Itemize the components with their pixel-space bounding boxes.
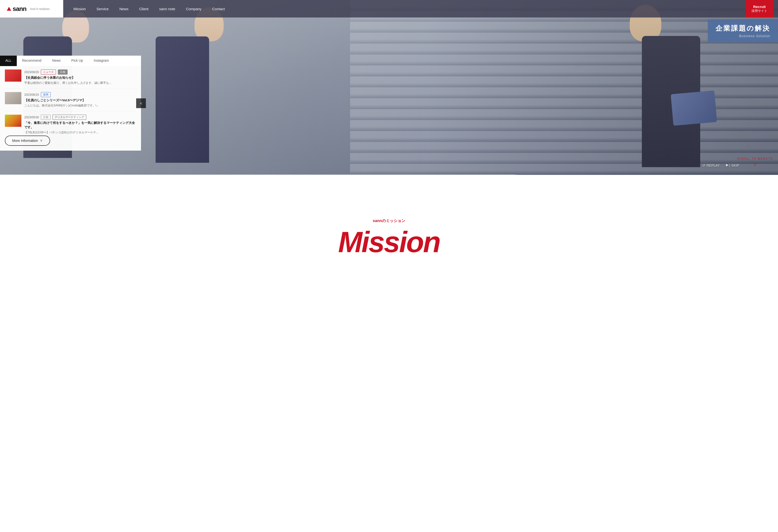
news-tabs: ALL Recommend News Pick Up Instagram bbox=[0, 56, 141, 66]
news-thumb-img-3 bbox=[5, 115, 21, 127]
news-excerpt-1: 平素は格別のご愛顧を賜り、厚くお礼申し上げます。誠に勝手な... bbox=[24, 81, 136, 85]
mission-section: sannのミッション Mission bbox=[0, 204, 778, 276]
news-thumb-3 bbox=[5, 115, 21, 127]
nav-news[interactable]: News bbox=[114, 0, 134, 17]
biz-solution-subtitle: Business Solution bbox=[715, 34, 770, 38]
tab-news[interactable]: News bbox=[47, 56, 66, 66]
news-title-3: 「今、集客に向けて何をするべきか？」を一気に解決するマーケティング大全です。 bbox=[24, 121, 136, 129]
logo-tagline: And it realizes bbox=[30, 7, 50, 11]
news-tag-recruit-2: 採用 bbox=[41, 92, 51, 97]
nav-client[interactable]: Client bbox=[134, 0, 154, 17]
hero-section: 企業課題の解決 Business Solution ALL Recommend … bbox=[0, 0, 778, 175]
news-meta-2: 2023/06/15 採用 bbox=[24, 92, 136, 97]
news-thumb-img-2 bbox=[5, 92, 21, 104]
news-date-2: 2023/06/15 bbox=[24, 93, 39, 96]
recruit-sub-label: 採用サイト bbox=[752, 9, 767, 13]
news-items-list: 2023/06/20 ニュース 広報 【社員総会に伴う休業のお知らせ】 平素は格… bbox=[0, 66, 141, 142]
more-info-chevron: ∨ bbox=[40, 139, 43, 143]
replay-icon: ↺ bbox=[702, 164, 705, 167]
news-thumb-img-1 bbox=[5, 70, 21, 82]
logo-icon[interactable]: sann bbox=[7, 5, 26, 13]
skip-icon: ▶| bbox=[725, 163, 730, 168]
news-item-1[interactable]: 2023/06/20 ニュース 広報 【社員総会に伴う休業のお知らせ】 平素は格… bbox=[5, 66, 136, 89]
news-item-3[interactable]: 2023/05/30 広報 デジタルマーケティング 「今、集客に向けて何をするべ… bbox=[5, 111, 136, 138]
nav-contact[interactable]: Contact bbox=[207, 0, 230, 17]
triangle-icon bbox=[7, 7, 11, 11]
recruit-label: Recruit bbox=[753, 5, 766, 9]
tab-all[interactable]: ALL bbox=[0, 56, 17, 66]
news-thumb-2 bbox=[5, 92, 21, 104]
news-tag-pr-3: 広報 bbox=[41, 115, 51, 120]
main-nav: Mission Service News Client sann note Co… bbox=[63, 0, 778, 17]
replay-label: REPLAY bbox=[706, 164, 720, 167]
news-item-2[interactable]: 2023/06/15 採用 【社員のしごとシリーズ〜Vol.5〜デジマ】 こんに… bbox=[5, 89, 136, 111]
news-thumb-1 bbox=[5, 70, 21, 82]
logo-text: sann bbox=[13, 5, 26, 13]
more-info-button[interactable]: More Information ∨ bbox=[5, 136, 50, 146]
news-content-2: 2023/06/15 採用 【社員のしごとシリーズ〜Vol.5〜デジマ】 こんに… bbox=[24, 92, 136, 108]
scroll-arrow-icon: ∨ bbox=[737, 161, 773, 168]
news-prev-arrow[interactable]: ＜ bbox=[136, 98, 146, 108]
scroll-text: SCROLL TO WEBSITE bbox=[737, 157, 773, 160]
news-date-3: 2023/05/30 bbox=[24, 116, 39, 119]
news-excerpt-2: こんにちは。株式会社SANN(サン)のnote編集部です。\... bbox=[24, 103, 136, 108]
nav-sann-note[interactable]: sann note bbox=[154, 0, 181, 17]
mission-big-text: Mission bbox=[0, 228, 778, 257]
video-controls: ↺ REPLAY ▶| SKIP bbox=[702, 163, 739, 168]
site-header: sann And it realizes Mission Service New… bbox=[0, 0, 778, 17]
tab-instagram[interactable]: Instagram bbox=[88, 56, 114, 66]
diagonal-divider bbox=[0, 175, 778, 204]
scroll-indicator[interactable]: SCROLL TO WEBSITE ∨ bbox=[737, 157, 773, 168]
news-content-3: 2023/05/30 広報 デジタルマーケティング 「今、集客に向けて何をするべ… bbox=[24, 115, 136, 135]
news-panel: ALL Recommend News Pick Up Instagram 202… bbox=[0, 56, 141, 151]
nav-mission[interactable]: Mission bbox=[68, 0, 91, 17]
news-meta-3: 2023/05/30 広報 デジタルマーケティング bbox=[24, 115, 136, 120]
news-meta-1: 2023/06/20 ニュース 広報 bbox=[24, 70, 136, 75]
recruit-button[interactable]: Recruit 採用サイト bbox=[746, 0, 773, 17]
news-excerpt-3: 【7/6(木)13:00〜】パチンコ店向けのデジタルマーケテ... bbox=[24, 130, 136, 135]
news-content-1: 2023/06/20 ニュース 広報 【社員総会に伴う休業のお知らせ】 平素は格… bbox=[24, 70, 136, 85]
replay-button[interactable]: ↺ REPLAY bbox=[702, 164, 720, 167]
biz-solution-title: 企業課題の解決 bbox=[715, 24, 770, 33]
news-date-1: 2023/06/20 bbox=[24, 71, 39, 74]
news-title-1: 【社員総会に伴う休業のお知らせ】 bbox=[24, 76, 136, 80]
logo-area: sann And it realizes bbox=[0, 0, 63, 17]
mission-label: sannのミッション bbox=[0, 218, 778, 224]
tab-pickup[interactable]: Pick Up bbox=[66, 56, 88, 66]
news-title-2: 【社員のしごとシリーズ〜Vol.5〜デジマ】 bbox=[24, 98, 136, 102]
nav-company[interactable]: Company bbox=[181, 0, 207, 17]
news-tag-digital-3: デジタルマーケティング bbox=[53, 115, 86, 120]
biz-solution-box: 企業課題の解決 Business Solution bbox=[708, 19, 778, 42]
news-tag-pr-1: 広報 bbox=[58, 70, 68, 75]
nav-items: Mission Service News Client sann note Co… bbox=[68, 0, 746, 17]
news-tag-news-1: ニュース bbox=[41, 70, 56, 75]
more-info-label: More Information bbox=[12, 139, 38, 143]
tab-recommend[interactable]: Recommend bbox=[17, 56, 47, 66]
nav-service[interactable]: Service bbox=[91, 0, 114, 17]
